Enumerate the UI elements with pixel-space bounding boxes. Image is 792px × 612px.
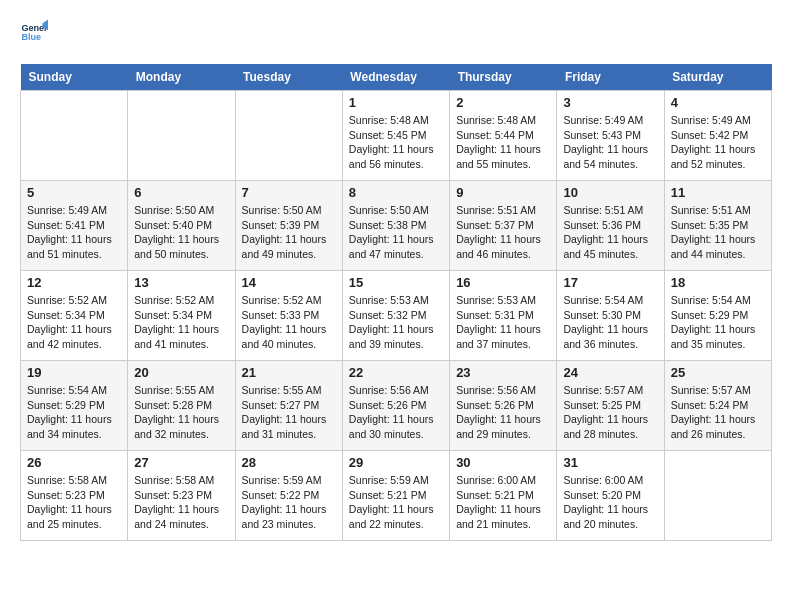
weekday-header: Friday — [557, 64, 664, 91]
day-info: Sunrise: 6:00 AM Sunset: 5:21 PM Dayligh… — [456, 473, 550, 532]
weekday-row: SundayMondayTuesdayWednesdayThursdayFrid… — [21, 64, 772, 91]
calendar-body: 1Sunrise: 5:48 AM Sunset: 5:45 PM Daylig… — [21, 91, 772, 541]
day-number: 4 — [671, 95, 765, 110]
calendar-cell — [128, 91, 235, 181]
day-info: Sunrise: 5:48 AM Sunset: 5:45 PM Dayligh… — [349, 113, 443, 172]
day-number: 9 — [456, 185, 550, 200]
day-number: 10 — [563, 185, 657, 200]
day-info: Sunrise: 5:55 AM Sunset: 5:28 PM Dayligh… — [134, 383, 228, 442]
day-info: Sunrise: 5:49 AM Sunset: 5:43 PM Dayligh… — [563, 113, 657, 172]
day-info: Sunrise: 5:58 AM Sunset: 5:23 PM Dayligh… — [27, 473, 121, 532]
calendar-cell: 18Sunrise: 5:54 AM Sunset: 5:29 PM Dayli… — [664, 271, 771, 361]
day-number: 14 — [242, 275, 336, 290]
day-number: 11 — [671, 185, 765, 200]
day-number: 16 — [456, 275, 550, 290]
day-number: 13 — [134, 275, 228, 290]
calendar-cell: 24Sunrise: 5:57 AM Sunset: 5:25 PM Dayli… — [557, 361, 664, 451]
calendar-cell: 29Sunrise: 5:59 AM Sunset: 5:21 PM Dayli… — [342, 451, 449, 541]
calendar-cell: 12Sunrise: 5:52 AM Sunset: 5:34 PM Dayli… — [21, 271, 128, 361]
day-number: 6 — [134, 185, 228, 200]
day-info: Sunrise: 5:53 AM Sunset: 5:31 PM Dayligh… — [456, 293, 550, 352]
day-number: 18 — [671, 275, 765, 290]
calendar-cell: 3Sunrise: 5:49 AM Sunset: 5:43 PM Daylig… — [557, 91, 664, 181]
day-number: 17 — [563, 275, 657, 290]
calendar-cell: 26Sunrise: 5:58 AM Sunset: 5:23 PM Dayli… — [21, 451, 128, 541]
day-info: Sunrise: 5:59 AM Sunset: 5:22 PM Dayligh… — [242, 473, 336, 532]
day-info: Sunrise: 5:52 AM Sunset: 5:34 PM Dayligh… — [134, 293, 228, 352]
day-info: Sunrise: 5:51 AM Sunset: 5:36 PM Dayligh… — [563, 203, 657, 262]
day-number: 25 — [671, 365, 765, 380]
day-info: Sunrise: 5:52 AM Sunset: 5:34 PM Dayligh… — [27, 293, 121, 352]
day-number: 29 — [349, 455, 443, 470]
weekday-header: Sunday — [21, 64, 128, 91]
calendar-cell: 13Sunrise: 5:52 AM Sunset: 5:34 PM Dayli… — [128, 271, 235, 361]
day-number: 19 — [27, 365, 121, 380]
calendar-cell: 20Sunrise: 5:55 AM Sunset: 5:28 PM Dayli… — [128, 361, 235, 451]
day-info: Sunrise: 5:51 AM Sunset: 5:37 PM Dayligh… — [456, 203, 550, 262]
day-info: Sunrise: 5:50 AM Sunset: 5:40 PM Dayligh… — [134, 203, 228, 262]
day-info: Sunrise: 5:49 AM Sunset: 5:41 PM Dayligh… — [27, 203, 121, 262]
calendar-week-row: 5Sunrise: 5:49 AM Sunset: 5:41 PM Daylig… — [21, 181, 772, 271]
day-number: 1 — [349, 95, 443, 110]
calendar-cell: 28Sunrise: 5:59 AM Sunset: 5:22 PM Dayli… — [235, 451, 342, 541]
day-number: 7 — [242, 185, 336, 200]
weekday-header: Monday — [128, 64, 235, 91]
calendar-cell: 6Sunrise: 5:50 AM Sunset: 5:40 PM Daylig… — [128, 181, 235, 271]
calendar-cell: 25Sunrise: 5:57 AM Sunset: 5:24 PM Dayli… — [664, 361, 771, 451]
day-info: Sunrise: 5:58 AM Sunset: 5:23 PM Dayligh… — [134, 473, 228, 532]
day-number: 5 — [27, 185, 121, 200]
day-info: Sunrise: 5:48 AM Sunset: 5:44 PM Dayligh… — [456, 113, 550, 172]
logo-icon: General Blue — [20, 18, 48, 46]
calendar-week-row: 12Sunrise: 5:52 AM Sunset: 5:34 PM Dayli… — [21, 271, 772, 361]
day-info: Sunrise: 5:51 AM Sunset: 5:35 PM Dayligh… — [671, 203, 765, 262]
svg-text:Blue: Blue — [21, 32, 41, 42]
day-number: 22 — [349, 365, 443, 380]
calendar-cell: 10Sunrise: 5:51 AM Sunset: 5:36 PM Dayli… — [557, 181, 664, 271]
day-info: Sunrise: 5:57 AM Sunset: 5:24 PM Dayligh… — [671, 383, 765, 442]
day-info: Sunrise: 5:57 AM Sunset: 5:25 PM Dayligh… — [563, 383, 657, 442]
day-number: 2 — [456, 95, 550, 110]
calendar-week-row: 26Sunrise: 5:58 AM Sunset: 5:23 PM Dayli… — [21, 451, 772, 541]
calendar-cell: 27Sunrise: 5:58 AM Sunset: 5:23 PM Dayli… — [128, 451, 235, 541]
calendar-week-row: 19Sunrise: 5:54 AM Sunset: 5:29 PM Dayli… — [21, 361, 772, 451]
day-info: Sunrise: 5:50 AM Sunset: 5:39 PM Dayligh… — [242, 203, 336, 262]
day-number: 20 — [134, 365, 228, 380]
day-number: 23 — [456, 365, 550, 380]
day-info: Sunrise: 5:54 AM Sunset: 5:29 PM Dayligh… — [671, 293, 765, 352]
calendar-table: SundayMondayTuesdayWednesdayThursdayFrid… — [20, 64, 772, 541]
day-number: 8 — [349, 185, 443, 200]
weekday-header: Wednesday — [342, 64, 449, 91]
day-info: Sunrise: 5:56 AM Sunset: 5:26 PM Dayligh… — [456, 383, 550, 442]
day-info: Sunrise: 5:54 AM Sunset: 5:30 PM Dayligh… — [563, 293, 657, 352]
day-info: Sunrise: 6:00 AM Sunset: 5:20 PM Dayligh… — [563, 473, 657, 532]
day-info: Sunrise: 5:55 AM Sunset: 5:27 PM Dayligh… — [242, 383, 336, 442]
page-header: General Blue — [20, 20, 772, 48]
calendar-cell: 5Sunrise: 5:49 AM Sunset: 5:41 PM Daylig… — [21, 181, 128, 271]
calendar-cell: 1Sunrise: 5:48 AM Sunset: 5:45 PM Daylig… — [342, 91, 449, 181]
calendar-cell: 7Sunrise: 5:50 AM Sunset: 5:39 PM Daylig… — [235, 181, 342, 271]
calendar-cell: 2Sunrise: 5:48 AM Sunset: 5:44 PM Daylig… — [450, 91, 557, 181]
calendar-cell: 16Sunrise: 5:53 AM Sunset: 5:31 PM Dayli… — [450, 271, 557, 361]
weekday-header: Thursday — [450, 64, 557, 91]
day-info: Sunrise: 5:50 AM Sunset: 5:38 PM Dayligh… — [349, 203, 443, 262]
day-number: 3 — [563, 95, 657, 110]
day-number: 26 — [27, 455, 121, 470]
day-number: 28 — [242, 455, 336, 470]
calendar-cell: 11Sunrise: 5:51 AM Sunset: 5:35 PM Dayli… — [664, 181, 771, 271]
calendar-cell: 23Sunrise: 5:56 AM Sunset: 5:26 PM Dayli… — [450, 361, 557, 451]
day-info: Sunrise: 5:52 AM Sunset: 5:33 PM Dayligh… — [242, 293, 336, 352]
calendar-cell: 21Sunrise: 5:55 AM Sunset: 5:27 PM Dayli… — [235, 361, 342, 451]
day-info: Sunrise: 5:56 AM Sunset: 5:26 PM Dayligh… — [349, 383, 443, 442]
calendar-cell — [235, 91, 342, 181]
day-number: 24 — [563, 365, 657, 380]
day-info: Sunrise: 5:49 AM Sunset: 5:42 PM Dayligh… — [671, 113, 765, 172]
day-info: Sunrise: 5:59 AM Sunset: 5:21 PM Dayligh… — [349, 473, 443, 532]
day-number: 12 — [27, 275, 121, 290]
calendar-cell: 17Sunrise: 5:54 AM Sunset: 5:30 PM Dayli… — [557, 271, 664, 361]
day-number: 15 — [349, 275, 443, 290]
calendar-cell: 8Sunrise: 5:50 AM Sunset: 5:38 PM Daylig… — [342, 181, 449, 271]
calendar-cell: 4Sunrise: 5:49 AM Sunset: 5:42 PM Daylig… — [664, 91, 771, 181]
calendar-cell: 14Sunrise: 5:52 AM Sunset: 5:33 PM Dayli… — [235, 271, 342, 361]
day-info: Sunrise: 5:54 AM Sunset: 5:29 PM Dayligh… — [27, 383, 121, 442]
calendar-cell — [21, 91, 128, 181]
